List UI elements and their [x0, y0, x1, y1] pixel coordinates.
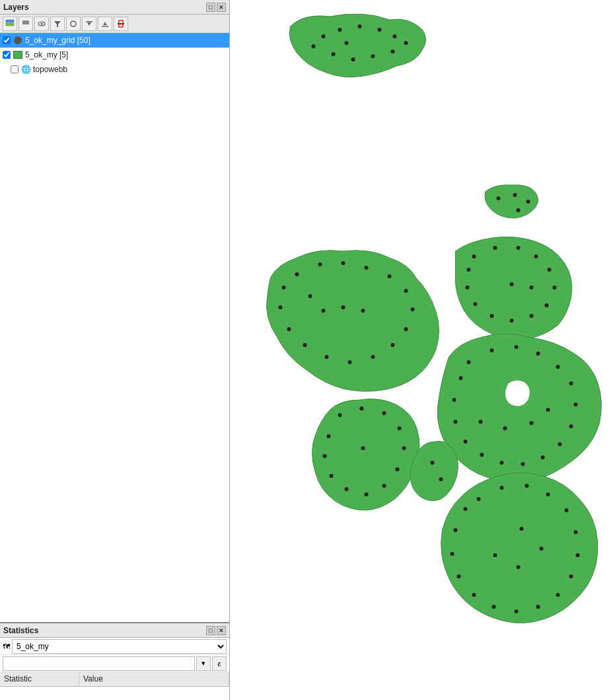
layers-header: Layers □ ✕: [0, 0, 229, 15]
svg-point-94: [361, 446, 365, 450]
svg-point-23: [513, 193, 517, 197]
svg-point-57: [466, 286, 470, 290]
svg-point-68: [569, 424, 573, 428]
svg-point-109: [451, 552, 454, 556]
svg-point-18: [351, 58, 355, 61]
statistics-restore-btn[interactable]: □: [206, 626, 215, 635]
svg-point-41: [282, 286, 286, 290]
layers-list[interactable]: 5_ok_my_grid [50] 5_ok_my [5] 🌐 to: [0, 33, 229, 622]
svg-point-60: [530, 286, 534, 290]
map-area[interactable]: [230, 0, 615, 700]
svg-point-89: [365, 492, 369, 496]
svg-point-83: [360, 407, 364, 410]
svg-point-32: [411, 307, 415, 311]
layer-checkbox-grid[interactable]: [3, 36, 11, 44]
layer-icon-topo: 🌐: [20, 64, 31, 75]
svg-point-105: [515, 609, 519, 613]
remove-layer-btn[interactable]: [114, 17, 128, 31]
move-down-btn[interactable]: [82, 17, 96, 31]
svg-point-16: [391, 50, 395, 54]
svg-point-45: [308, 294, 312, 298]
svg-point-13: [378, 28, 382, 32]
svg-point-35: [371, 355, 375, 359]
filter-btn[interactable]: [50, 17, 65, 31]
svg-point-76: [452, 398, 456, 402]
statistics-header: Statistics □ ✕: [0, 623, 229, 638]
layers-close-btn[interactable]: ✕: [217, 3, 226, 12]
visibility-btn[interactable]: [34, 17, 49, 31]
svg-point-22: [497, 196, 501, 200]
svg-point-36: [348, 360, 352, 364]
svg-point-71: [521, 462, 525, 466]
layer-checkbox-topo[interactable]: [11, 65, 18, 73]
svg-point-98: [546, 492, 550, 496]
svg-point-92: [323, 454, 327, 458]
svg-point-85: [398, 426, 402, 430]
svg-point-5: [41, 22, 43, 24]
statistics-layer-row: 🗺 5_ok_my: [0, 638, 229, 655]
statistics-field-dropdown-btn[interactable]: ▾: [196, 656, 211, 671]
svg-point-15: [404, 41, 408, 45]
add-layer-btn[interactable]: [18, 17, 33, 31]
svg-point-69: [558, 442, 562, 446]
svg-point-29: [365, 266, 369, 270]
svg-point-28: [342, 261, 345, 265]
statistics-layer-dropdown[interactable]: 5_ok_my: [12, 639, 227, 654]
svg-point-84: [382, 411, 386, 415]
layer-item-topo[interactable]: 🌐 topowebb: [0, 62, 229, 77]
svg-rect-1: [6, 23, 14, 26]
eye-icon: [37, 19, 46, 28]
svg-point-63: [515, 345, 519, 349]
statistics-expr-btn[interactable]: ε: [212, 656, 227, 671]
svg-point-37: [325, 355, 329, 359]
svg-point-75: [454, 420, 458, 424]
move-up-btn[interactable]: [98, 17, 112, 31]
svg-point-111: [464, 507, 468, 511]
layer-item-grid[interactable]: 5_ok_my_grid [50]: [0, 33, 229, 48]
svg-point-107: [472, 593, 476, 597]
svg-point-61: [467, 360, 471, 364]
svg-point-65: [556, 365, 560, 369]
svg-point-42: [342, 305, 345, 309]
statistics-field-input[interactable]: [3, 656, 195, 671]
statistic-col-header: Statistic: [0, 672, 79, 686]
svg-point-55: [490, 314, 494, 318]
statistics-close-btn[interactable]: ✕: [217, 626, 226, 635]
svg-rect-2: [22, 22, 29, 24]
layer-checkbox-poly[interactable]: [3, 51, 11, 59]
polygon-icon: [13, 51, 22, 59]
svg-point-115: [493, 553, 497, 557]
group-icon: 🌐: [21, 65, 31, 74]
svg-point-78: [546, 408, 550, 412]
statistics-header-controls: □ ✕: [206, 626, 226, 635]
statistics-title: Statistics: [3, 626, 38, 635]
svg-point-20: [312, 44, 316, 48]
open-layer-manager-btn[interactable]: [3, 17, 17, 31]
svg-rect-6: [86, 21, 92, 22]
svg-point-38: [303, 343, 307, 347]
svg-rect-3: [22, 20, 29, 22]
svg-point-50: [548, 268, 552, 272]
link-btn[interactable]: [66, 17, 81, 31]
svg-point-100: [574, 530, 578, 534]
svg-point-86: [402, 446, 406, 450]
layer-manager-icon: [5, 19, 15, 28]
svg-point-106: [492, 605, 496, 609]
layer-item-poly[interactable]: 5_ok_my [5]: [0, 48, 229, 62]
svg-point-17: [371, 54, 375, 58]
svg-point-43: [361, 309, 365, 313]
layers-title: Layers: [3, 3, 29, 12]
svg-point-54: [510, 319, 514, 323]
svg-point-53: [530, 314, 534, 318]
svg-rect-0: [6, 20, 14, 22]
svg-point-66: [569, 381, 573, 385]
statistics-panel: Statistics □ ✕ 🗺 5_ok_my ▾ ε: [0, 622, 229, 700]
svg-point-110: [454, 528, 458, 532]
layer-name-poly: 5_ok_my [5]: [25, 50, 68, 59]
statistics-field-row: ▾ ε: [0, 655, 229, 672]
svg-point-102: [569, 574, 573, 578]
filter-icon: [53, 19, 62, 28]
layers-restore-btn[interactable]: □: [206, 3, 215, 12]
svg-point-82: [338, 413, 342, 417]
move-up-icon: [100, 19, 110, 28]
